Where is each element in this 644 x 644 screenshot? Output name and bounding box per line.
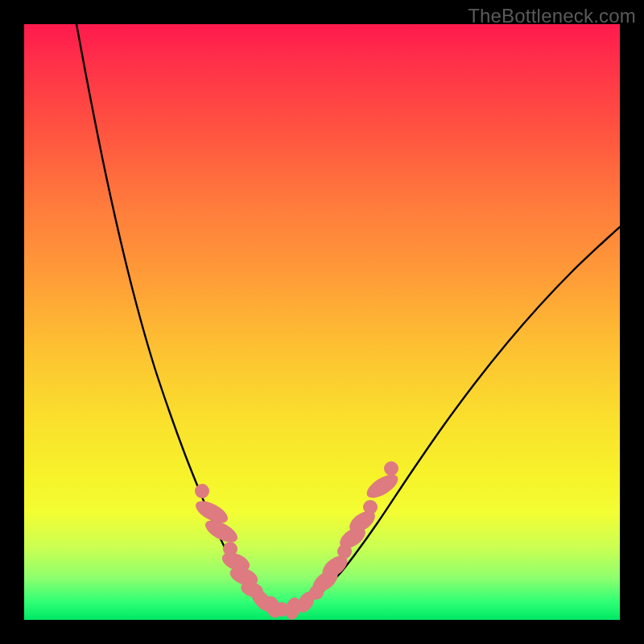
- data-marker: [195, 484, 209, 498]
- data-marker: [384, 461, 398, 476]
- data-marker: [363, 500, 378, 514]
- plot-area: [24, 24, 620, 620]
- data-marker: [363, 470, 402, 502]
- chart-svg: [24, 24, 620, 620]
- curve-right-branch: [282, 227, 620, 611]
- chart-frame: TheBottleneck.com: [0, 0, 644, 644]
- curve-left-branch: [76, 24, 282, 611]
- data-markers: [192, 461, 402, 620]
- watermark-text: TheBottleneck.com: [468, 5, 636, 27]
